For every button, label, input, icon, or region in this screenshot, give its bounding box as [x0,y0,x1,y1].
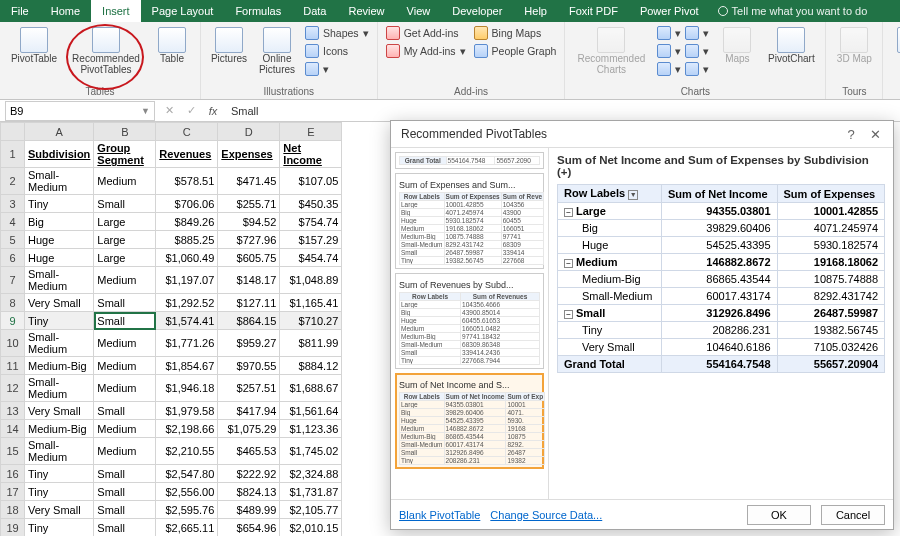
sparkline-line-button[interactable]: Line [889,25,900,67]
header-cell[interactable]: Expenses [218,141,280,168]
cell[interactable]: $811.99 [280,330,342,357]
cell[interactable]: Very Small [25,294,94,312]
row-header[interactable]: 11 [1,357,25,375]
chart-type-1[interactable]: ▾ ▾ [655,25,711,41]
cell[interactable]: $1,561.64 [280,402,342,420]
row-header[interactable]: 19 [1,519,25,537]
cell[interactable]: $2,556.00 [156,483,218,501]
cell[interactable]: $1,197.07 [156,267,218,294]
cell[interactable]: Huge [25,231,94,249]
cell[interactable]: $489.99 [218,501,280,519]
cell[interactable]: Medium [94,420,156,438]
cancel-formula-icon[interactable]: ✕ [161,104,177,117]
cell[interactable]: $1,060.49 [156,249,218,267]
cell[interactable]: Tiny [25,195,94,213]
filter-dropdown-icon[interactable]: ▼ [628,190,638,200]
cell[interactable]: Medium [94,357,156,375]
3d-map-button[interactable]: 3D Map [832,25,876,67]
tab-help[interactable]: Help [513,0,558,22]
cell[interactable]: Medium [94,330,156,357]
cell[interactable]: Medium [94,168,156,195]
tab-view[interactable]: View [396,0,442,22]
cell[interactable]: $1,979.58 [156,402,218,420]
tab-power-pivot[interactable]: Power Pivot [629,0,710,22]
thumbnail-list[interactable]: Grand Total554164.754855657.2090Sum of E… [391,148,549,499]
row-header[interactable]: 6 [1,249,25,267]
cell[interactable]: Very Small [25,402,94,420]
cell[interactable]: Very Small [25,501,94,519]
cell[interactable]: Small [94,465,156,483]
cell[interactable]: $959.27 [218,330,280,357]
cell[interactable]: $1,731.87 [280,483,342,501]
cell[interactable]: Small-Medium [25,168,94,195]
cell[interactable]: Small [94,294,156,312]
recommended-pivottables-button[interactable]: Recommended PivotTables [66,25,146,77]
cell[interactable]: $970.55 [218,357,280,375]
cell[interactable]: $94.52 [218,213,280,231]
cell[interactable]: Small [94,195,156,213]
collapse-icon[interactable]: − [564,208,573,217]
cell[interactable]: Small [94,501,156,519]
cell[interactable]: $222.92 [218,465,280,483]
cell[interactable]: $884.12 [280,357,342,375]
bing-maps-button[interactable]: Bing Maps [472,25,559,41]
cell[interactable]: $1,574.41 [156,312,218,330]
col-header[interactable]: B [94,123,156,141]
row-header[interactable]: 18 [1,501,25,519]
row-header[interactable]: 12 [1,375,25,402]
more-illustrations-button[interactable]: ▾ [303,61,371,77]
online-pictures-button[interactable]: Online Pictures [255,25,299,77]
cell[interactable]: $1,048.89 [280,267,342,294]
cell[interactable]: Small [94,519,156,537]
cell[interactable]: $1,946.18 [156,375,218,402]
cell[interactable]: Large [94,213,156,231]
cell[interactable]: $1,123.36 [280,420,342,438]
cell[interactable]: $754.74 [280,213,342,231]
enter-formula-icon[interactable]: ✓ [183,104,199,117]
chart-type-3[interactable]: ▾ ▾ [655,61,711,77]
header-cell[interactable]: Revenues [156,141,218,168]
cell[interactable]: $2,198.66 [156,420,218,438]
cell[interactable]: $2,665.11 [156,519,218,537]
pivotchart-button[interactable]: PivotChart [763,25,819,67]
pivottable-button[interactable]: PivotTable [6,25,62,67]
tab-foxit-pdf[interactable]: Foxit PDF [558,0,629,22]
fx-icon[interactable]: fx [205,105,221,117]
cell[interactable]: $2,324.88 [280,465,342,483]
cell[interactable]: Tiny [25,483,94,501]
chevron-down-icon[interactable]: ▼ [141,106,150,116]
my-addins-button[interactable]: My Add-ins ▾ [384,43,468,59]
tab-review[interactable]: Review [337,0,395,22]
cell[interactable]: $654.96 [218,519,280,537]
row-header[interactable]: 7 [1,267,25,294]
row-header[interactable]: 5 [1,231,25,249]
cell[interactable]: Large [94,231,156,249]
cell[interactable]: $1,165.41 [280,294,342,312]
cell[interactable]: Tiny [25,312,94,330]
name-box[interactable]: B9▼ [5,101,155,121]
cell[interactable]: $1,771.26 [156,330,218,357]
cell[interactable]: Small [94,483,156,501]
ok-button[interactable]: OK [747,505,811,525]
maps-button[interactable]: Maps [715,25,759,67]
tab-page-layout[interactable]: Page Layout [141,0,225,22]
cell[interactable]: Small-Medium [25,375,94,402]
cell[interactable]: Huge [25,249,94,267]
cell[interactable]: $727.96 [218,231,280,249]
cell[interactable]: Big [25,213,94,231]
cell[interactable]: $107.05 [280,168,342,195]
cell[interactable]: $2,010.15 [280,519,342,537]
cell[interactable]: $2,595.76 [156,501,218,519]
blank-pivottable-link[interactable]: Blank PivotTable [399,509,480,521]
cell[interactable]: $1,854.67 [156,357,218,375]
row-header[interactable]: 13 [1,402,25,420]
cell[interactable]: Medium-Big [25,357,94,375]
cell[interactable]: Tiny [25,519,94,537]
row-header[interactable]: 8 [1,294,25,312]
cell[interactable]: $255.71 [218,195,280,213]
cell[interactable]: $1,075.29 [218,420,280,438]
header-cell[interactable]: Subdivision [25,141,94,168]
header-cell[interactable]: Group Segment [94,141,156,168]
row-header[interactable]: 16 [1,465,25,483]
row-header[interactable]: 9 [1,312,25,330]
